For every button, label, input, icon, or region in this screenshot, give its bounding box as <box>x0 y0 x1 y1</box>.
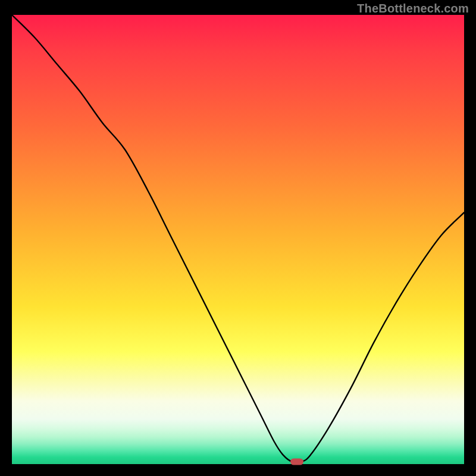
bottleneck-curve <box>12 15 464 464</box>
optimal-point-marker <box>290 459 303 465</box>
watermark-text: TheBottleneck.com <box>357 2 469 15</box>
chart-frame: TheBottleneck.com <box>0 0 476 476</box>
